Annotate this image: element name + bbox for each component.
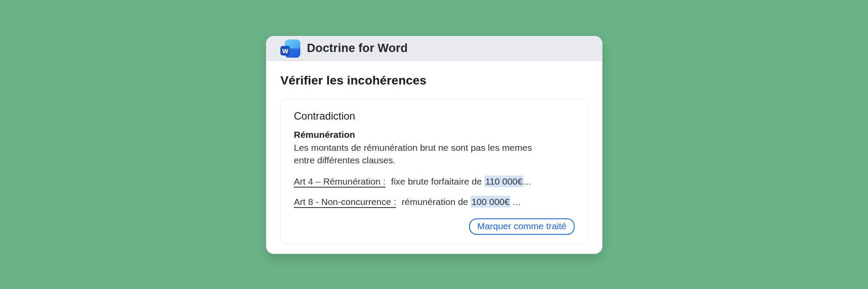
desktop-background: { "colors": { "background_green": "#6ab3… (0, 0, 868, 289)
word-app-icon: W (280, 39, 300, 58)
clause-line-art8: Art 8 - Non-concurrence : rémunération d… (294, 197, 575, 207)
clause-excerpt: fixe brute forfaitaire de (388, 176, 484, 186)
clause-reference-link[interactable]: Art 8 - Non-concurrence : (294, 197, 396, 207)
amount-highlight: 110 000€ (484, 175, 523, 187)
clause-reference-link[interactable]: Art 4 – Rémunération : (294, 176, 385, 186)
card-footer: Marquer comme traité (294, 218, 575, 235)
clause-ellipsis: ... (510, 197, 520, 207)
amount-highlight: 100 000€ (470, 196, 510, 208)
word-icon-letter: W (282, 47, 289, 54)
doctrine-addin-panel: W Doctrine for Word Vérifier les incohér… (266, 36, 602, 254)
contradiction-card: Contradiction Rémunération Les montants … (280, 99, 588, 244)
word-icon-graphic: W (280, 39, 300, 58)
clause-ellipsis: ... (523, 176, 531, 186)
issue-title: Rémunération (294, 130, 575, 140)
mark-as-treated-button[interactable]: Marquer comme traité (469, 218, 575, 235)
panel-body: Vérifier les incohérences Contradiction … (266, 74, 602, 244)
app-title: Doctrine for Word (307, 42, 408, 55)
issue-description: Les montants de rémunération brut ne son… (294, 141, 552, 166)
panel-header: W Doctrine for Word (266, 36, 602, 61)
clause-line-art4: Art 4 – Rémunération : fixe brute forfai… (294, 176, 575, 187)
clause-excerpt: rémunération de (399, 197, 471, 207)
page-title: Vérifier les incohérences (280, 74, 588, 88)
card-type-label: Contradiction (294, 110, 575, 122)
